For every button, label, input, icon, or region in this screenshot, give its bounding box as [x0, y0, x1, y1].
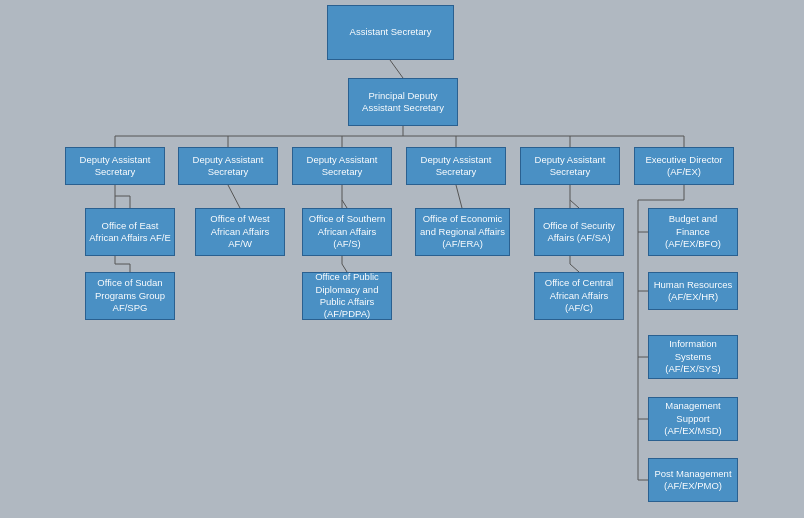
svg-line-24 — [570, 264, 579, 272]
node-das5: Deputy Assistant Secretary — [520, 147, 620, 185]
svg-line-22 — [570, 200, 579, 208]
node-central-africa: Office of Central African Affairs (AF/C) — [534, 272, 624, 320]
node-public-diplomacy: Office of Public Diplomacy and Public Af… — [302, 272, 392, 320]
node-sudan: Office of Sudan Programs Group AF/SPG — [85, 272, 175, 320]
node-das3: Deputy Assistant Secretary — [292, 147, 392, 185]
node-assistant-secretary: Assistant Secretary — [327, 5, 454, 60]
node-das2: Deputy Assistant Secretary — [178, 147, 278, 185]
svg-line-20 — [456, 185, 462, 208]
node-exec-dir: Executive Director (AF/EX) — [634, 147, 734, 185]
node-east-africa: Office of East African Affairs AF/E — [85, 208, 175, 256]
node-mgmt-support: Management Support (AF/EX/MSD) — [648, 397, 738, 441]
node-budget-finance: Budget and Finance (AF/EX/BFO) — [648, 208, 738, 256]
node-security: Office of Security Affairs (AF/SA) — [534, 208, 624, 256]
node-human-resources: Human Resources (AF/EX/HR) — [648, 272, 738, 310]
node-das1: Deputy Assistant Secretary — [65, 147, 165, 185]
node-das4: Deputy Assistant Secretary — [406, 147, 506, 185]
node-west-africa: Office of West African Affairs AF/W — [195, 208, 285, 256]
svg-line-15 — [228, 185, 240, 208]
node-principal-deputy: Principal Deputy Assistant Secretary — [348, 78, 458, 126]
node-southern-africa: Office of Southern African Affairs (AF/S… — [302, 208, 392, 256]
node-post-mgmt: Post Management (AF/EX/PMO) — [648, 458, 738, 502]
node-info-systems: Information Systems (AF/EX/SYS) — [648, 335, 738, 379]
svg-line-0 — [390, 60, 403, 78]
svg-line-17 — [342, 200, 347, 208]
org-chart: Assistant Secretary Principal Deputy Ass… — [0, 0, 804, 518]
node-econ-regional: Office of Economic and Regional Affairs … — [415, 208, 510, 256]
